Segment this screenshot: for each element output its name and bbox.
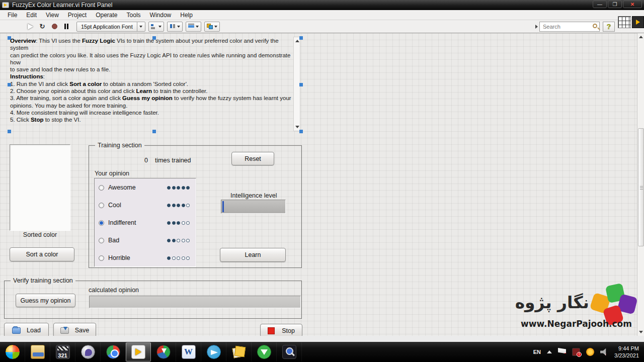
opinion-option-horrible[interactable]: Horrible [99, 253, 192, 262]
reset-button[interactable]: Reset [231, 152, 274, 165]
guess-my-opinion-button[interactable]: Guess my opinion [16, 294, 75, 307]
selection-handle[interactable] [8, 130, 11, 133]
calculated-opinion-label: calculated opinion [89, 287, 139, 294]
radio-selected-icon[interactable] [99, 220, 104, 226]
menu-file[interactable]: File [3, 11, 22, 20]
opinion-option-label: Indifferent [108, 219, 167, 226]
reorder-dropdown[interactable] [204, 22, 220, 32]
selection-handle[interactable] [152, 130, 156, 133]
selection-handle[interactable] [299, 83, 303, 86]
distribute-objects-dropdown[interactable] [167, 22, 183, 32]
intelligence-level-label: Intelligence level [230, 192, 277, 199]
scroll-up-icon[interactable] [295, 40, 299, 42]
sorted-color-label: Sorted color [10, 231, 70, 238]
training-section-label: Training section [95, 142, 144, 149]
abort-button[interactable] [49, 22, 60, 32]
radio-icon[interactable] [99, 203, 104, 208]
radio-icon[interactable] [99, 185, 104, 191]
stop-square-icon [268, 327, 275, 334]
menu-view[interactable]: View [41, 11, 63, 20]
search-collapse-icon[interactable] [535, 25, 538, 29]
vertical-scroll-thumb[interactable] [638, 128, 644, 246]
taskbar-internet-download-manager[interactable] [151, 342, 176, 361]
resize-objects-icon [188, 24, 194, 29]
taskbar-word[interactable]: W [176, 342, 201, 361]
run-continuously-button[interactable]: ↻ [37, 22, 48, 32]
stop-button[interactable]: Stop [260, 324, 302, 336]
search-input[interactable] [539, 22, 600, 32]
save-button[interactable]: Save [53, 323, 96, 336]
taskbar-windows-start[interactable] [0, 342, 25, 361]
volume-muted-icon[interactable]: ⊘ [600, 348, 608, 356]
rating-dots [167, 256, 190, 260]
word-icon: W [182, 345, 196, 359]
taskbar-windows-explorer[interactable] [25, 342, 50, 361]
tray-status-icon[interactable] [586, 348, 594, 356]
chrome-icon [106, 345, 120, 359]
taskbar-magnifier-app[interactable] [277, 342, 302, 361]
sorted-color-display [10, 144, 70, 231]
restore-button[interactable]: ❐ [608, 1, 622, 8]
learn-button[interactable]: Learn [220, 248, 286, 262]
menu-operate[interactable]: Operate [91, 11, 122, 20]
taskbar-media-player-classic[interactable]: 321 [50, 342, 75, 361]
menu-project[interactable]: Project [63, 11, 91, 20]
opinion-option-cool[interactable]: Cool [99, 201, 192, 210]
scroll-down-icon[interactable] [295, 126, 299, 128]
run-continuous-icon: ↻ [40, 23, 45, 30]
clock[interactable]: 9:44 PM 3/23/2021 [614, 345, 639, 359]
selection-handle[interactable] [299, 130, 303, 133]
vi-icon[interactable] [632, 16, 644, 28]
radio-icon[interactable] [99, 255, 104, 261]
taskbar-labview[interactable] [126, 342, 151, 361]
taskbar-green-triangle-app[interactable] [252, 342, 277, 361]
pause-button[interactable] [61, 22, 72, 32]
pause-icon [64, 24, 68, 29]
front-panel: Overview: This VI uses the Fuzzy Logic V… [0, 33, 644, 336]
opinion-option-label: Awesome [108, 184, 167, 191]
font-selector[interactable]: 15pt Application Font [76, 22, 145, 32]
selection-handle[interactable] [8, 36, 11, 40]
menu-edit[interactable]: Edit [22, 11, 41, 20]
radio-icon[interactable] [99, 238, 104, 243]
close-button[interactable]: ✕ [623, 1, 642, 8]
action-center-flag-icon[interactable]: ✕ [558, 348, 566, 356]
scroll-up-icon[interactable] [639, 36, 643, 38]
title-bar: FuzzyEx Color Learner.vi Front Panel — ❐… [0, 0, 644, 10]
taskbar-sticky-notes[interactable] [226, 342, 252, 361]
clock-time: 9:44 PM [614, 345, 639, 352]
labview-icon [131, 345, 145, 359]
run-button[interactable] [25, 22, 36, 32]
idm-icon [156, 345, 171, 359]
opinion-option-indifferent[interactable]: Indifferent [99, 218, 192, 227]
context-help-button[interactable]: ? [603, 22, 615, 32]
show-hidden-icons-icon[interactable] [547, 350, 552, 353]
selection-handle[interactable] [8, 83, 11, 86]
selection-handle[interactable] [152, 36, 156, 40]
sort-a-color-button[interactable]: Sort a color [10, 247, 74, 261]
times-trained-value: 0 [144, 157, 148, 164]
distribute-objects-icon [170, 24, 176, 29]
opinion-option-bad[interactable]: Bad [99, 236, 192, 245]
font-dropdown-arrow[interactable] [137, 22, 145, 31]
tray-app-icon[interactable]: ! [572, 348, 580, 356]
minimize-button[interactable]: — [593, 1, 607, 8]
load-button[interactable]: Load [4, 323, 49, 336]
opinion-option-awesome[interactable]: Awesome [99, 183, 192, 192]
taskbar-telegram[interactable] [201, 342, 226, 361]
selection-handle[interactable] [299, 36, 303, 40]
scroll-down-icon[interactable] [639, 331, 643, 333]
align-objects-dropdown[interactable] [148, 22, 164, 32]
connector-pane-icon[interactable] [618, 16, 631, 28]
language-indicator[interactable]: EN [533, 349, 541, 355]
resize-objects-dropdown[interactable] [186, 22, 201, 32]
search-icon [593, 24, 597, 28]
silver-orb-icon [81, 345, 95, 359]
menu-help[interactable]: Help [176, 11, 197, 20]
vertical-scrollbar[interactable] [637, 33, 644, 336]
taskbar-chrome[interactable] [101, 342, 126, 361]
menu-window[interactable]: Window [145, 11, 176, 20]
abort-icon [52, 24, 57, 29]
taskbar-silver-orb-app[interactable] [75, 342, 101, 361]
menu-tools[interactable]: Tools [122, 11, 145, 20]
